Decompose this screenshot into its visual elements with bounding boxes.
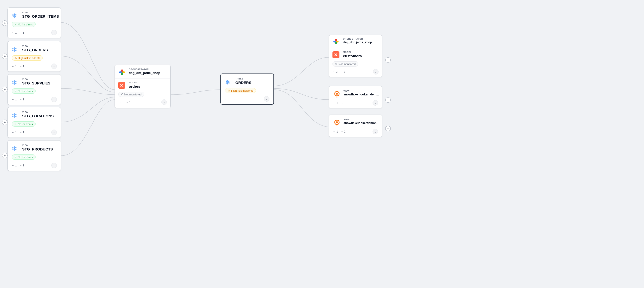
orchestrator-type-middle: ORCHESTRATOR [129,68,160,70]
counts-stg-supplies: ← 1 → 1 [12,98,24,101]
ban-icon-customers: ⊘ [335,62,338,66]
warning-icon-stg-orders: ⚠ [14,56,17,60]
badge-stg-order-items: ✓ No incidents [12,22,36,27]
snowflake-icon-stg-locations: ❄ [12,111,20,119]
node-stg-locations: ❄ VIEW STG_LOCATIONS ✓ No incidents ← 1 … [8,107,61,138]
node-type-stg-products: VIEW [22,144,53,146]
node-name-stg-order-items: STG_ORDER_ITEMS [22,14,59,19]
check-icon-stg-locations: ✓ [14,122,17,126]
node-name-stg-locations: STG_LOCATIONS [22,114,54,118]
add-right-snowflake-looker[interactable]: + [385,97,391,103]
expand-middle[interactable]: ⌄ [161,100,167,105]
node-type-stg-orders: VIEW [22,45,48,47]
add-left-stg-orders[interactable]: + [2,54,8,59]
check-icon: ✓ [14,23,17,26]
snowflake-icon-stg-order-items: ❄ [12,12,20,20]
add-right-customers[interactable]: + [385,57,391,63]
orchestrator-name-middle: dag_dbt_jaffle_shop [129,71,160,75]
node-stg-products: ❄ VIEW STG_PRODUCTS ✓ No incidents ← 1 →… [8,140,61,171]
add-left-stg-order-items[interactable]: + [2,20,8,26]
node-name-stg-products: STG_PRODUCTS [22,147,53,152]
expand-stg-products[interactable]: ⌄ [51,163,57,168]
looker-icon-snowflakelookerdemo [333,119,341,127]
node-name-snowflake-looker: snowflake_looker_dem... [344,93,379,96]
expand-customers[interactable]: ⌄ [373,69,378,74]
add-right-snowflakelookerdemo[interactable]: + [385,126,391,131]
model-name-middle: orders [129,84,140,89]
model-type-right: MODEL [343,51,362,53]
expand-snowflake-looker[interactable]: ⌄ [372,100,378,106]
expand-stg-order-items[interactable]: ⌄ [51,30,57,36]
node-name-stg-orders: STG_ORDERS [22,48,48,52]
badge-customers: ⊘ Not monitored [332,61,358,66]
node-combined-middle: ORCHESTRATOR dag_dbt_jaffle_shop ✕ MODEL… [114,65,170,108]
node-snowflakelookerdemo: VIEW snowflakelookerdemo:... ← 1 → 1 ⌄ [329,114,382,137]
node-type-snowflakelookerdemo: VIEW [344,118,378,121]
counts-stg-order-items: ← 1 → 1 [12,31,24,34]
svg-text:❄: ❄ [12,46,17,53]
badge-stg-locations: ✓ No incidents [12,121,36,126]
badge-stg-products: ✓ No incidents [12,154,36,160]
ban-icon-middle: ⊘ [121,93,123,96]
counts-customers: ← 2 → 1 [332,70,345,73]
counts-snowflake-looker: ← 1 → 1 [333,102,346,104]
model-name-right: customers [343,54,362,58]
svg-text:❄: ❄ [225,78,230,86]
svg-text:❄: ❄ [12,12,17,20]
expand-stg-supplies[interactable]: ⌄ [51,97,57,102]
snowflake-icon-stg-products: ❄ [12,144,20,152]
svg-text:❄: ❄ [12,112,17,119]
svg-text:❄: ❄ [12,145,17,152]
orchestrator-name-right: dag_dbt_jaffle_shop [343,40,372,44]
node-orders-table: ❄ TABLE ORDERS ⚠ High risk incidents ← 1… [220,74,274,105]
node-type-snowflake-looker: VIEW [344,90,379,92]
add-left-stg-locations[interactable]: + [2,120,8,125]
add-left-stg-supplies[interactable]: + [2,87,8,92]
svg-point-11 [336,93,338,95]
check-icon-stg-supplies: ✓ [14,90,17,93]
expand-orders[interactable]: ⌄ [264,96,270,102]
snowflake-icon-stg-supplies: ❄ [12,78,20,86]
svg-text:✕: ✕ [120,83,123,88]
model-type-middle: MODEL [129,81,140,84]
node-combined-right: ORCHESTRATOR dag_dbt_jaffle_shop ✕ MODEL… [329,35,382,77]
counts-snowflakelookerdemo: ← 1 → 1 [333,130,346,133]
node-type-stg-locations: VIEW [22,111,54,113]
badge-middle: ⊘ Not monitored [118,92,144,97]
snowflake-icon-stg-orders: ❄ [12,45,20,53]
node-stg-orders: ❄ VIEW STG_ORDERS ⚠ High risk incidents … [8,41,61,72]
check-icon-stg-products: ✓ [14,156,17,159]
node-type-stg-supplies: VIEW [22,78,50,80]
counts-middle: ← 5 → 1 [118,101,131,104]
orchestrator-icon-right [332,38,340,46]
node-type-stg-order-items: VIEW [22,11,59,14]
orchestrator-icon-middle [118,68,126,76]
node-type-orders: TABLE [235,78,251,80]
counts-stg-locations: ← 1 → 1 [12,131,24,134]
orchestrator-type-right: ORCHESTRATOR [343,38,372,40]
counts-stg-products: ← 1 → 1 [12,164,24,167]
looker-icon-snowflake-looker [333,90,341,98]
expand-snowflakelookerdemo[interactable]: ⌄ [372,129,378,134]
node-stg-supplies: ❄ VIEW STG_SUPPLIES ✓ No incidents ← 1 →… [8,74,61,105]
warning-icon-orders: ⚠ [228,89,230,92]
node-name-snowflakelookerdemo: snowflakelookerdemo:... [344,121,378,125]
badge-stg-supplies: ✓ No incidents [12,88,36,94]
expand-stg-locations[interactable]: ⌄ [51,130,57,135]
add-left-stg-products[interactable]: + [2,153,8,158]
model-icon-right: ✕ [332,51,340,59]
node-stg-order-items: ❄ VIEW STG_ORDER_ITEMS ✓ No incidents ← … [8,8,61,38]
model-icon-middle: ✕ [118,82,126,90]
snowflake-icon-orders: ❄ [225,78,233,86]
node-name-stg-supplies: STG_SUPPLIES [22,81,50,86]
counts-stg-orders: ← 1 → 1 [12,65,24,68]
svg-point-14 [336,121,338,123]
counts-orders: ← 1 → 3 [225,98,237,100]
svg-text:❄: ❄ [12,79,17,86]
badge-stg-orders: ⚠ High risk incidents [12,55,43,60]
badge-orders: ⚠ High risk incidents [225,88,256,93]
node-snowflake-looker: VIEW snowflake_looker_dem... ← 1 → 1 ⌄ [329,86,382,108]
node-name-orders: ORDERS [235,80,251,85]
expand-stg-orders[interactable]: ⌄ [51,64,57,69]
svg-text:✕: ✕ [334,52,338,58]
